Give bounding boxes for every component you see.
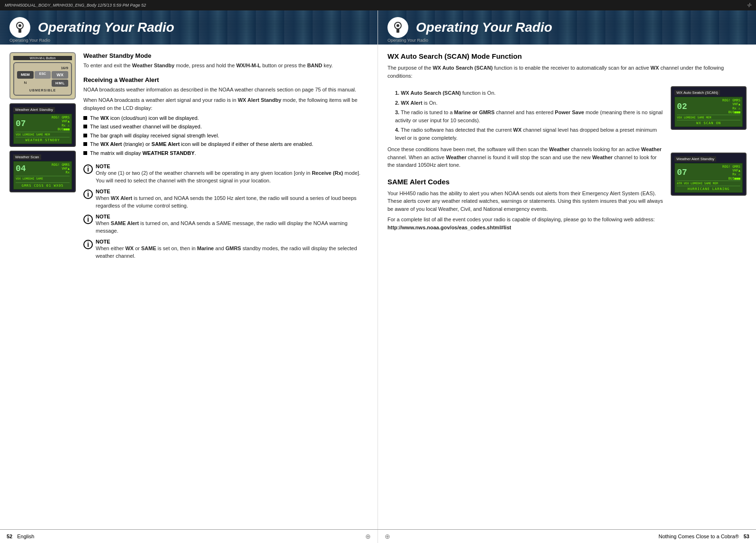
wx-auto-scan-p1: The purpose of the WX Auto Search (SCAN)… (387, 64, 747, 80)
bullet-sq-1 (83, 116, 87, 120)
note-content-1: NOTE Only one (1) or two (2) of the weat… (96, 163, 368, 185)
lcd-icons-scan: ROG! GMRS VHF▲ Rx (52, 163, 70, 175)
bullet-3: The bar graph will display received sign… (83, 132, 368, 139)
right-page-title: Operating Your Radio (416, 20, 552, 35)
lcd-num-standby2: 07 (677, 168, 687, 177)
bullet-4: The WX Alert (triangle) or SAME Alert ic… (83, 141, 368, 148)
svg-point-2 (18, 24, 21, 27)
btn-wx[interactable]: WX (52, 71, 68, 79)
wx-auto-scan-title: WX Auto Search (SCAN) Mode Function (387, 52, 747, 60)
note-title-1: NOTE (96, 163, 368, 169)
bullet-text-2: The last used weather channel will be di… (90, 123, 202, 130)
left-page-subtitle: Operating Your Radio (9, 38, 50, 43)
note-icon-4: i (83, 240, 93, 249)
same-alert-url: http://www.nws.noaa.gov/os/eas_codes.sht… (387, 225, 511, 230)
receiving-alert-p2: When NOAA broadcasts a weather alert sig… (83, 96, 368, 112)
note-title-4: NOTE (96, 239, 368, 244)
right-page-header: Operating Your Radio Operating Your Radi… (378, 10, 756, 45)
btn-mem[interactable]: MEM (17, 71, 34, 79)
weather-scan-label: Weather Scan (13, 154, 41, 160)
note-icon-3: i (83, 215, 93, 224)
right-compass-decoration: ⊕ (385, 533, 390, 540)
lcd-icons-standby: ROG! GMRS VHF▲ Rx ⚠ BUI■■■ (52, 116, 70, 132)
wx-hml-button-display: WX/H-M-L Button 16/9 MEM ESC WX N (9, 52, 76, 100)
note-text-3: When SAME Alert is turned on, and NOAA s… (96, 219, 368, 235)
lcd-screen-standby2: 07 ROG! GMRS VHF▲ Rx ⚠ BUI■■■ ATR VOX LO… (675, 163, 743, 193)
right-page-body: WX Auto Search (SCAN) Mode Function The … (378, 45, 756, 529)
note-text-2: When WX Alert is turned on, and NOAA sen… (96, 194, 368, 210)
note-4: i NOTE When either WX or SAME is set on,… (83, 239, 368, 260)
bullet-text-5: The matrix will display WEATHER STANDBY. (90, 150, 196, 157)
bullet-1: The WX icon (cloud/sun) icon will be dis… (83, 115, 368, 122)
wx-auto-scan-section: WX Auto Search (SCAN) Mode Function The … (387, 52, 747, 80)
bottom-bar: 52 English ⊕ ⊕ Nothing Comes Close to a … (0, 529, 756, 543)
svg-point-5 (396, 24, 399, 27)
left-page-title: Operating Your Radio (38, 20, 174, 35)
left-page-body: WX/H-M-L Button 16/9 MEM ESC WX N (0, 45, 378, 529)
weather-scan-display: Weather Scan 04 ROG! GMRS VHF▲ Rx VOX L (9, 151, 76, 192)
lcd-num-wx-scan: 02 (677, 102, 687, 111)
weather-standby-section: Weather Standby Mode To enter and exit t… (83, 52, 368, 70)
lcd-num-standby: 07 (16, 119, 26, 128)
receiving-alert-p1: NOAA broadcasts weather information as d… (83, 86, 368, 94)
left-language: English (17, 534, 34, 539)
lcd-mid-scan: VOX LOMEDHI SAME (16, 176, 70, 180)
lcd-mid-wx-scan: VOX LOMEDHI SAME MEM (677, 115, 740, 119)
note-content-3: NOTE When SAME Alert is turned on, and N… (96, 214, 368, 235)
bullet-5: The matrix will display WEATHER STANDBY. (83, 150, 368, 157)
same-alert-p2: For a complete list of all the event cod… (387, 216, 663, 231)
bullet-sq-5 (83, 151, 87, 155)
right-brand: Nothing Comes Close to a Cobra® (658, 534, 739, 539)
lcd-num-scan: 04 (16, 164, 26, 173)
left-compass-decoration: ⊕ (365, 533, 371, 540)
left-images-col: WX/H-M-L Button 16/9 MEM ESC WX N (9, 52, 76, 264)
num-item-1: 1. WX Auto Search (SCAN) function is On. (395, 89, 663, 97)
left-header-icon (9, 17, 30, 38)
lcd-bottom-scan: GMRS CDSS 01 WX05 (16, 182, 70, 188)
note-content-4: NOTE When either WX or SAME is set on, t… (96, 239, 368, 260)
wx-hml-label: WX/H-M-L Button (13, 56, 72, 60)
weather-alert-standby2-display: Weather Alert Standby 07 ROG! GMRS VHF▲ … (671, 153, 747, 196)
lcd-bottom-standby2: HURRICANE LARNING (677, 186, 740, 191)
weather-standby-p1: To enter and exit the Weather Standby mo… (83, 62, 368, 70)
btn-16-9: 16/9 (17, 66, 68, 70)
page-right: Operating Your Radio Operating Your Radi… (378, 10, 756, 529)
note-title-2: NOTE (96, 189, 368, 194)
note-content-2: NOTE When WX Alert is turned on, and NOA… (96, 189, 368, 210)
svg-rect-1 (18, 29, 21, 33)
lcd-screen-wx-scan: 02 ROG! GMRS VHF▲ Rx ⚠ BUI■■■ VOX LOMEDH… (675, 97, 743, 127)
lcd-icons-wx-scan: ROG! GMRS VHF▲ Rx ⚠ BUI■■■ (722, 99, 740, 115)
weather-alert2-label: Weather Alert Standby (675, 156, 716, 162)
num-item-3: 3. The radio is tuned to a Marine or GMR… (395, 109, 663, 124)
bullet-2: The last used weather channel will be di… (83, 123, 368, 130)
lcd-screen-standby: 07 ROG! GMRS VHF▲ Rx ⚠ BUI■■■ VOX LOMEDH… (13, 114, 72, 144)
note-2: i NOTE When WX Alert is turned on, and N… (83, 189, 368, 210)
num-item-4: 4. The radio software has detected that … (395, 126, 663, 142)
note-text-1: Only one (1) or two (2) of the weather c… (96, 169, 368, 185)
same-alert-p1: Your HH450 radio has the ability to aler… (387, 190, 663, 213)
weather-standby-title: Weather Standby Mode (83, 52, 368, 59)
receiving-alert-section: Receiving a Weather Alert NOAA broadcast… (83, 76, 368, 157)
lcd-mid-standby: VOX LOMEDHI SAME MEM (16, 132, 70, 136)
receiving-alert-title: Receiving a Weather Alert (83, 76, 368, 83)
main-content: Operating Your Radio Operating Your Radi… (0, 10, 756, 529)
bullet-sq-2 (83, 125, 87, 128)
same-alert-section: SAME Alert Codes Your HH450 radio has th… (387, 178, 663, 232)
bullet-text-4: The WX Alert (triangle) or SAME Alert ic… (90, 141, 313, 148)
bullet-sq-4 (83, 142, 87, 146)
right-images-col: WX Auto Seatch (SCAN) 02 ROG! GMRS VHF▲ … (671, 86, 747, 238)
wx-auto-scan-display: WX Auto Seatch (SCAN) 02 ROG! GMRS VHF▲ … (671, 86, 747, 130)
lcd-bottom-wx-scan: WX SCAN ON (677, 120, 740, 125)
bullet-text-3: The bar graph will display received sign… (90, 132, 219, 139)
left-page-header: Operating Your Radio Operating Your Radi… (0, 10, 378, 45)
note-icon-1: i (83, 164, 93, 174)
right-page-subtitle: Operating Your Radio (387, 38, 428, 43)
alert-bullet-list: The WX icon (cloud/sun) icon will be dis… (83, 115, 368, 157)
right-columns: 1. WX Auto Search (SCAN) function is On.… (387, 86, 747, 238)
meta-bar-text: MRHH450DUAL_BODY_MRHH330_ENG_Body 12/5/1… (5, 3, 146, 8)
note-icon-2: i (83, 190, 93, 199)
note-title-3: NOTE (96, 214, 368, 219)
btn-n: N (17, 80, 34, 87)
btn-hml[interactable]: HML (52, 80, 68, 87)
same-alert-title: SAME Alert Codes (387, 178, 663, 186)
